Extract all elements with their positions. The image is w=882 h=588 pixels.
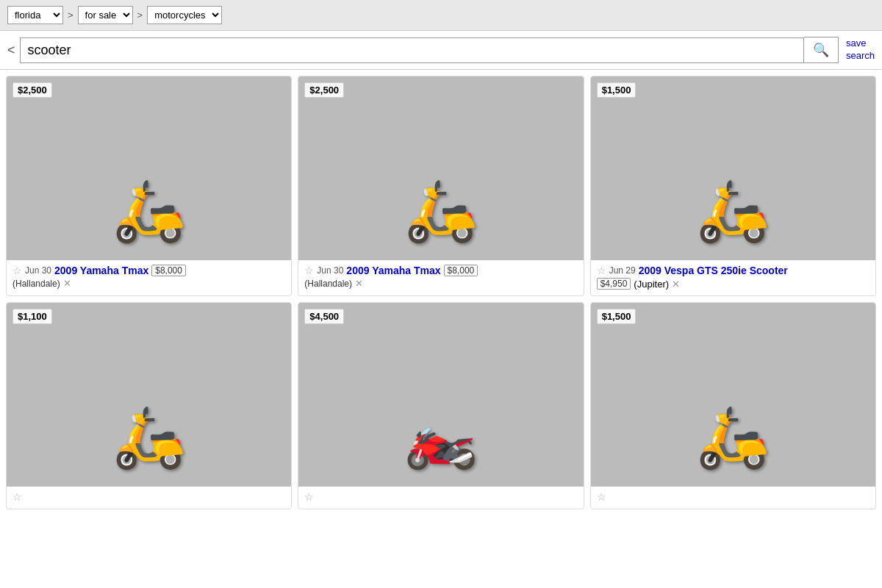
category-select[interactable]: motorcycles cars+trucks boats rvs+camp [147,6,222,24]
remove-button[interactable]: ✕ [672,279,680,290]
arrow-separator-1: > [66,10,75,21]
listing-card[interactable]: $2,500 🛵 ☆ Jun 30 2009 Yamaha Tmax $8,00… [298,76,584,296]
listing-card[interactable]: $1,500 🛵 ☆ Jun 29 2009 Vespa GTS 250ie S… [590,76,876,296]
favorite-star[interactable]: ☆ [597,491,606,503]
price-badge: $2,500 [12,82,52,98]
listing-location: (Jupiter) [634,279,669,290]
search-bar: < 🔍 savesearch [0,31,882,70]
favorite-star[interactable]: ☆ [12,265,22,276]
listing-image-wrapper: $1,100 🛵 [7,303,291,487]
vehicle-icon: 🛵 [404,176,478,245]
back-button[interactable]: < [7,43,20,58]
listing-date: Jun 30 [25,265,51,276]
listing-card[interactable]: $1,500 🛵 ☆ [590,302,876,509]
listing-image-wrapper: $2,500 🛵 [7,76,291,260]
top-navigation-bar: florida miami orlando tampa > for sale w… [0,0,882,31]
listing-info: ☆ [298,487,583,509]
listing-date: Jun 30 [317,265,343,276]
price-badge: $2,500 [304,82,344,98]
listing-image-wrapper: $4,500 🏍️ [298,303,583,487]
arrow-separator-2: > [136,10,145,21]
listing-price: $8,000 [151,265,186,276]
listing-info: ☆ [591,487,875,509]
listing-info: ☆ [7,487,291,509]
listing-title[interactable]: 2009 Yamaha Tmax [54,265,148,276]
price-badge: $4,500 [304,309,344,324]
favorite-star[interactable]: ☆ [597,265,606,276]
listing-card[interactable]: $2,500 🛵 ☆ Jun 30 2009 Yamaha Tmax $8,00… [6,76,292,296]
listings-grid: $2,500 🛵 ☆ Jun 30 2009 Yamaha Tmax $8,00… [0,70,882,515]
region-select[interactable]: florida miami orlando tampa [7,6,63,24]
listing-location: (Hallandale) [304,279,352,289]
search-icon: 🔍 [813,43,829,57]
listing-card[interactable]: $4,500 🏍️ ☆ [298,302,584,509]
search-input[interactable] [20,37,804,63]
vehicle-icon: 🏍️ [404,403,478,472]
listing-info: ☆ Jun 30 2009 Yamaha Tmax $8,000 (Hallan… [298,260,583,295]
save-search-link[interactable]: savesearch [846,37,875,62]
listing-price: $8,000 [444,265,478,276]
listing-title[interactable]: 2009 Yamaha Tmax [346,265,440,276]
price-badge: $1,500 [597,82,637,98]
listing-location: (Hallandale) [12,279,60,289]
listing-title[interactable]: 2009 Vespa GTS 250ie Scooter [639,265,788,276]
listing-card[interactable]: $1,100 🛵 ☆ [6,302,292,509]
vehicle-icon: 🛵 [696,176,770,245]
favorite-star[interactable]: ☆ [304,491,314,503]
listing-info: ☆ Jun 29 2009 Vespa GTS 250ie Scooter $4… [591,260,875,295]
vehicle-icon: 🛵 [112,176,186,245]
price-badge: $1,100 [12,309,52,324]
favorite-star[interactable]: ☆ [304,265,314,276]
favorite-star[interactable]: ☆ [12,491,22,503]
search-button[interactable]: 🔍 [804,37,839,63]
listing-type-select[interactable]: for sale wanted all [78,6,133,24]
listing-info: ☆ Jun 30 2009 Yamaha Tmax $8,000 (Hallan… [7,260,291,295]
remove-button[interactable]: ✕ [63,278,71,289]
vehicle-icon: 🛵 [112,403,186,472]
listing-image-wrapper: $1,500 🛵 [591,303,875,487]
remove-button[interactable]: ✕ [355,278,363,289]
price-badge: $1,500 [597,309,637,324]
listing-image-wrapper: $1,500 🛵 [591,76,875,260]
vehicle-icon: 🛵 [696,403,770,472]
listing-price: $4,950 [597,278,631,290]
listing-date: Jun 29 [609,265,636,276]
listing-image-wrapper: $2,500 🛵 [298,76,583,260]
